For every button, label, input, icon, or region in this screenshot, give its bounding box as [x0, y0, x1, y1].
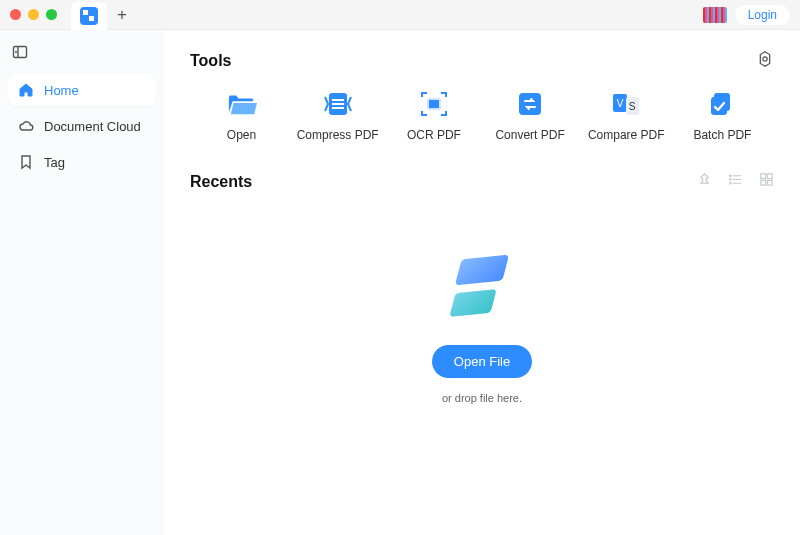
- new-tab-button[interactable]: +: [107, 6, 137, 23]
- tool-label: Compare PDF: [588, 128, 665, 142]
- svg-rect-8: [430, 101, 438, 103]
- svg-rect-20: [761, 174, 766, 179]
- home-icon: [18, 82, 34, 98]
- tool-label: Compress PDF: [297, 128, 379, 142]
- tool-label: Convert PDF: [495, 128, 564, 142]
- list-view-icon[interactable]: [728, 172, 743, 191]
- tool-label: Open: [227, 128, 256, 142]
- tool-label: OCR PDF: [407, 128, 461, 142]
- tool-convert[interactable]: Convert PDF: [483, 90, 578, 142]
- sidebar: Home Document Cloud Tag: [0, 30, 164, 535]
- svg-point-2: [763, 57, 767, 61]
- empty-state: Open File or drop file here.: [190, 251, 774, 404]
- svg-text:V: V: [617, 98, 624, 109]
- tool-batch[interactable]: Batch PDF: [675, 90, 770, 142]
- app-logo-icon: [80, 7, 98, 25]
- svg-rect-4: [332, 99, 344, 101]
- compress-icon: [323, 90, 353, 118]
- recents-title: Recents: [190, 173, 252, 191]
- grid-view-icon[interactable]: [759, 172, 774, 191]
- compare-icon: VS: [611, 90, 641, 118]
- close-window-button[interactable]: [10, 9, 21, 20]
- open-file-button[interactable]: Open File: [432, 345, 532, 378]
- settings-button[interactable]: [756, 50, 774, 72]
- titlebar: + Login: [0, 0, 800, 30]
- folder-open-icon: [227, 90, 257, 118]
- window-controls: [10, 9, 57, 20]
- drop-hint: or drop file here.: [442, 392, 522, 404]
- svg-rect-10: [519, 93, 541, 115]
- promo-badge-icon[interactable]: [703, 7, 727, 23]
- tools-row: Open Compress PDF OCR PDF Convert PDF: [190, 90, 774, 142]
- sidebar-item-label: Home: [44, 83, 79, 98]
- minimize-window-button[interactable]: [28, 9, 39, 20]
- convert-icon: [515, 90, 545, 118]
- sidebar-item-home[interactable]: Home: [8, 74, 156, 106]
- svg-rect-21: [767, 174, 772, 179]
- tool-compare[interactable]: VS Compare PDF: [579, 90, 674, 142]
- svg-point-19: [730, 183, 732, 185]
- sidebar-item-tag[interactable]: Tag: [8, 146, 156, 178]
- tool-ocr[interactable]: OCR PDF: [386, 90, 481, 142]
- ocr-icon: [419, 90, 449, 118]
- maximize-window-button[interactable]: [46, 9, 57, 20]
- tool-compress[interactable]: Compress PDF: [290, 90, 385, 142]
- tool-label: Batch PDF: [693, 128, 751, 142]
- svg-point-17: [730, 175, 732, 177]
- empty-illustration-icon: [447, 251, 517, 331]
- batch-icon: [707, 90, 737, 118]
- app-tab[interactable]: [71, 2, 107, 30]
- cloud-icon: [18, 118, 34, 134]
- pin-icon[interactable]: [697, 172, 712, 191]
- main-panel: Tools Open Compress PDF: [164, 30, 800, 535]
- login-button[interactable]: Login: [735, 5, 790, 25]
- svg-rect-5: [332, 103, 344, 105]
- tools-title: Tools: [190, 52, 231, 70]
- tool-open[interactable]: Open: [194, 90, 289, 142]
- sidebar-item-label: Tag: [44, 155, 65, 170]
- svg-text:S: S: [629, 101, 636, 112]
- sidebar-item-label: Document Cloud: [44, 119, 141, 134]
- svg-rect-23: [767, 180, 772, 185]
- svg-marker-1: [760, 52, 769, 66]
- sidebar-item-document-cloud[interactable]: Document Cloud: [8, 110, 156, 142]
- svg-rect-9: [430, 105, 438, 107]
- svg-point-18: [730, 179, 732, 181]
- svg-rect-22: [761, 180, 766, 185]
- svg-rect-16: [711, 97, 727, 115]
- svg-rect-6: [332, 107, 344, 109]
- sidebar-collapse-button[interactable]: [8, 42, 156, 70]
- recents-actions: [697, 172, 774, 191]
- bookmark-icon: [18, 154, 34, 170]
